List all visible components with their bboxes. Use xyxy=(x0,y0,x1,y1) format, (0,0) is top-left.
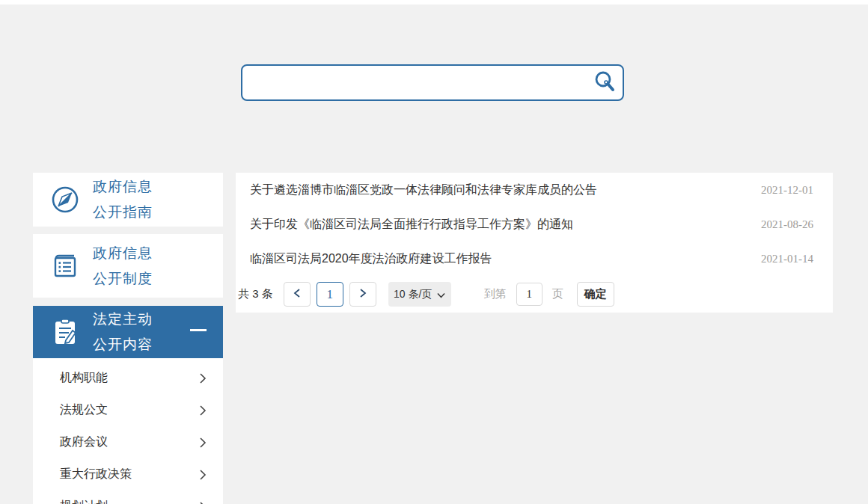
chevron-right-icon xyxy=(359,288,367,301)
article-date: 2021-08-26 xyxy=(746,218,813,231)
sub-item-label: 法规公文 xyxy=(60,402,108,418)
chevron-right-icon xyxy=(199,405,207,417)
sidebar-item-disclosure-guide[interactable]: 政府信息 公开指南 xyxy=(33,173,223,227)
sub-item-label: 重大行政决策 xyxy=(60,467,132,482)
article-list-panel: 关于遴选淄博市临淄区党政一体法律顾问和法律专家库成员的公告 2021-12-01… xyxy=(236,173,833,313)
sidebar: 政府信息 公开指南 政府信息 公开制度 xyxy=(33,173,223,504)
chevron-down-icon xyxy=(437,289,445,301)
page: 政府信息 公开指南 政府信息 公开制度 xyxy=(0,0,868,504)
search-button[interactable] xyxy=(587,66,623,99)
pagination: 共 3 条 1 10 条/页 到第 页 xyxy=(236,276,833,313)
goto-page-input[interactable] xyxy=(516,283,542,306)
chevron-right-icon xyxy=(199,437,207,449)
ledger-list-icon xyxy=(49,250,82,283)
clipboard-pen-icon xyxy=(49,316,82,348)
sub-item-label: 机构职能 xyxy=(60,370,108,386)
top-strip xyxy=(0,0,868,4)
article-row[interactable]: 关于遴选淄博市临淄区党政一体法律顾问和法律专家库成员的公告 2021-12-01 xyxy=(236,173,833,207)
sidebar-item-regulations[interactable]: 法规公文 xyxy=(33,394,223,426)
sidebar-item-label: 政府信息 公开指南 xyxy=(93,174,153,225)
compass-icon xyxy=(49,183,82,216)
page-number-button[interactable]: 1 xyxy=(317,282,343,307)
total-count-label: 共 3 条 xyxy=(238,287,273,301)
search-input[interactable] xyxy=(242,66,587,99)
article-title[interactable]: 临淄区司法局2020年度法治政府建设工作报告 xyxy=(250,251,492,267)
sidebar-item-gov-meetings[interactable]: 政府会议 xyxy=(33,426,223,458)
goto-page-group: 到第 页 xyxy=(484,283,563,306)
sub-item-label: 规划计划 xyxy=(60,499,108,504)
confirm-button[interactable]: 确定 xyxy=(577,282,614,307)
article-title[interactable]: 关于印发《临淄区司法局全面推行行政指导工作方案》的通知 xyxy=(250,217,573,233)
article-date: 2021-12-01 xyxy=(746,184,813,197)
goto-prefix-label: 到第 xyxy=(484,287,507,301)
page-size-value: 10 条/页 xyxy=(394,288,432,301)
sidebar-item-disclosure-system[interactable]: 政府信息 公开制度 xyxy=(33,234,223,298)
article-row[interactable]: 临淄区司法局2020年度法治政府建设工作报告 2021-01-14 xyxy=(236,242,833,276)
chevron-right-icon xyxy=(199,469,207,481)
chevron-right-icon xyxy=(199,372,207,384)
search-box xyxy=(241,64,624,101)
article-title[interactable]: 关于遴选淄博市临淄区党政一体法律顾问和法律专家库成员的公告 xyxy=(250,182,597,198)
sidebar-item-label: 政府信息 公开制度 xyxy=(93,241,153,292)
article-row[interactable]: 关于印发《临淄区司法局全面推行行政指导工作方案》的通知 2021-08-26 xyxy=(236,207,833,242)
sidebar-item-org-functions[interactable]: 机构职能 xyxy=(33,362,223,394)
sidebar-item-label: 法定主动 公开内容 xyxy=(93,307,153,357)
sidebar-item-major-decisions[interactable]: 重大行政决策 xyxy=(33,458,223,491)
article-date: 2021-01-14 xyxy=(746,253,813,265)
search-icon xyxy=(593,70,617,96)
chevron-right-icon xyxy=(199,501,207,504)
minus-icon xyxy=(190,329,207,331)
chevron-left-icon xyxy=(293,288,301,301)
sidebar-sublist: 机构职能 法规公文 政府会议 重大行政决策 xyxy=(33,358,223,504)
sub-item-label: 政府会议 xyxy=(60,434,108,450)
prev-page-button[interactable] xyxy=(284,282,311,307)
sidebar-item-legal-active-disclosure[interactable]: 法定主动 公开内容 xyxy=(33,306,223,358)
next-page-button[interactable] xyxy=(349,282,376,307)
sidebar-item-planning[interactable]: 规划计划 xyxy=(33,491,223,504)
goto-suffix-label: 页 xyxy=(552,287,563,301)
page-size-select[interactable]: 10 条/页 xyxy=(388,282,451,307)
